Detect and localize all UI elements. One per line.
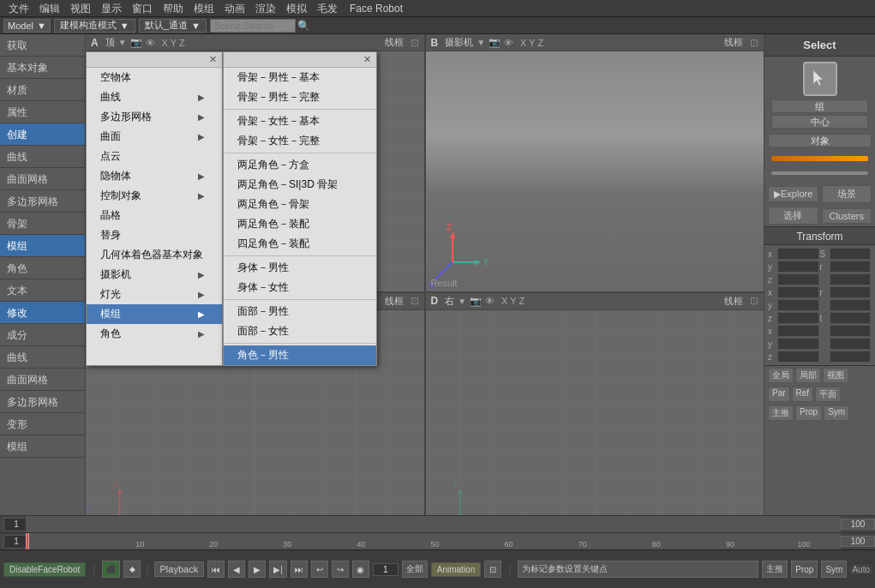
scene-btn[interactable]: 场景 — [822, 185, 872, 203]
viewport-a-border[interactable]: 线框 — [385, 36, 404, 49]
sub-item-female-complete[interactable]: 骨架－女性－完整 — [224, 131, 376, 151]
timeline-track[interactable]: 10 20 30 40 50 60 70 80 90 100 — [29, 533, 841, 550]
menu-item-empty-obj[interactable]: 空物体 — [87, 68, 222, 87]
flat-btn[interactable]: 平面 — [815, 387, 841, 402]
menu-item-hidden-obj[interactable]: 隐物体 ▶ — [87, 166, 222, 186]
context-menu-close-btn[interactable]: ✕ — [209, 54, 217, 65]
s-field[interactable] — [830, 248, 872, 260]
y-field[interactable] — [777, 261, 819, 273]
full-part-btn[interactable]: 全部 — [402, 561, 428, 578]
menu-item-curve[interactable]: 曲线 ▶ — [87, 87, 222, 107]
sidebar-curve[interactable]: 曲线 — [0, 146, 85, 168]
x-field[interactable] — [777, 248, 819, 260]
r-field[interactable] — [830, 261, 872, 273]
menu-render[interactable]: 渲染 — [250, 0, 281, 17]
prop-bottom-btn[interactable]: Prop — [791, 561, 818, 578]
sidebar-property[interactable]: 属性 — [0, 101, 85, 123]
ref-btn[interactable]: Ref — [792, 387, 814, 402]
mode-dropdown[interactable]: 建模构造模式 ▼ — [54, 19, 135, 33]
tool-icon-2[interactable]: ◆ — [123, 561, 141, 578]
sidebar-basic-obj[interactable]: 基本对象 — [0, 57, 85, 79]
sidebar-modify[interactable]: 修改 — [0, 302, 85, 324]
sub-item-male-basic[interactable]: 骨架－男性－基本 — [224, 68, 376, 87]
z2-field[interactable] — [830, 273, 872, 285]
menu-item-avatar[interactable]: 替身 — [87, 225, 222, 245]
y2b-field[interactable] — [830, 299, 872, 311]
channel-dropdown[interactable]: 默认_通道 ▼ — [139, 19, 207, 33]
scene-search-input[interactable] — [210, 19, 296, 33]
loop-back-btn[interactable]: ↩ — [311, 561, 328, 578]
menu-item-surface[interactable]: 曲面 ▶ — [87, 127, 222, 147]
symm-bottom-btn[interactable]: Sym — [821, 561, 847, 578]
sidebar-skeleton[interactable]: 骨架 — [0, 213, 85, 235]
tool-select-btn[interactable]: ⬛ — [102, 561, 120, 578]
mini-timeline[interactable] — [26, 516, 841, 532]
viewport-b-grid[interactable]: Y Z X Result — [426, 51, 764, 291]
menu-item-camera[interactable]: 摄影机 ▶ — [87, 265, 222, 285]
menu-item-geo-shader[interactable]: 几何体着色器基本对象 — [87, 245, 222, 265]
sidebar-character[interactable]: 角色 — [0, 257, 85, 279]
master-btn[interactable]: 主推 — [768, 405, 794, 421]
sidebar-poly-mesh[interactable]: 多边形网格 — [0, 190, 85, 213]
t-field[interactable] — [830, 312, 872, 324]
sub-item-male-complete[interactable]: 骨架－男性－完整 — [224, 87, 376, 107]
sidebar-text[interactable]: 文本 — [0, 279, 85, 302]
play-btn[interactable]: ▶ — [249, 561, 266, 578]
sub-item-quadruped-rig[interactable]: 四足角色－装配 — [224, 234, 376, 254]
menu-item-point-cloud[interactable]: 点云 — [87, 147, 222, 166]
local-btn[interactable]: 局部 — [795, 368, 821, 383]
menu-window[interactable]: 窗口 — [127, 0, 158, 17]
cursor-button[interactable] — [803, 62, 837, 96]
menu-hair[interactable]: 毛发 — [312, 0, 343, 17]
viewport-c-border[interactable]: 线框 — [385, 295, 404, 308]
menu-item-ctrl-obj[interactable]: 控制对象 ▶ — [87, 186, 222, 206]
z4-field[interactable] — [777, 351, 819, 363]
menu-item-character[interactable]: 角色 ▶ — [87, 324, 222, 344]
loop-fwd-btn[interactable]: ↪ — [332, 561, 349, 578]
menu-module[interactable]: 模组 — [189, 0, 219, 17]
sidebar-get[interactable]: 获取 — [0, 34, 85, 57]
clusters-btn[interactable]: Clusters — [822, 208, 872, 224]
keyframe-btn[interactable]: ◉ — [352, 561, 369, 578]
y2-field[interactable] — [777, 299, 819, 311]
group-btn[interactable]: 组 — [771, 99, 868, 113]
viewport-b-title[interactable]: 摄影机 — [445, 36, 473, 49]
x3b-field[interactable] — [830, 325, 872, 337]
master-bottom-btn[interactable]: 主推 — [762, 561, 788, 578]
sidebar-deform[interactable]: 变形 — [0, 413, 85, 435]
menu-simulate[interactable]: 模拟 — [281, 0, 312, 17]
viewport-d-border[interactable]: 线框 — [724, 295, 743, 308]
sidebar-module2[interactable]: 模组 — [0, 435, 85, 458]
sidebar-surface-mesh2[interactable]: 曲面网格 — [0, 369, 85, 391]
symm-btn[interactable]: Sym — [824, 405, 849, 421]
sub-item-biped-skeleton[interactable]: 两足角色－骨架 — [224, 195, 376, 214]
sidebar-curve2[interactable]: 曲线 — [0, 346, 85, 369]
menu-edit[interactable]: 编辑 — [34, 0, 65, 17]
prop-btn[interactable]: Prop — [795, 405, 822, 421]
menu-file[interactable]: 文件 — [3, 0, 34, 17]
sub-item-biped-box[interactable]: 两足角色－方盒 — [224, 155, 376, 175]
prev-frame-btn[interactable]: ◀ — [228, 561, 245, 578]
viewport-d-title[interactable]: 右 — [445, 295, 454, 308]
menu-item-light[interactable]: 灯光 ▶ — [87, 285, 222, 304]
sub-item-body-female[interactable]: 身体－女性 — [224, 278, 376, 297]
disable-face-robot-btn[interactable]: DisableFaceRobot — [3, 562, 86, 577]
menu-view[interactable]: 视图 — [65, 0, 96, 17]
menu-item-module[interactable]: 模组 ▶ — [87, 304, 222, 324]
sub-context-menu-close-btn[interactable]: ✕ — [363, 54, 371, 65]
z4b-field[interactable] — [830, 351, 872, 363]
sidebar-module[interactable]: 模组 — [0, 235, 85, 257]
r2-field[interactable] — [830, 286, 872, 298]
sub-item-character-male[interactable]: 角色－男性 — [224, 345, 376, 365]
sidebar-poly-mesh2[interactable]: 多边形网格 — [0, 391, 85, 413]
menu-item-lattice[interactable]: 晶格 — [87, 206, 222, 225]
sub-item-biped-rig[interactable]: 两足角色－装配 — [224, 214, 376, 234]
menu-help[interactable]: 帮助 — [158, 0, 189, 17]
x2-field[interactable] — [777, 286, 819, 298]
sidebar-create[interactable]: 创建 — [0, 123, 85, 146]
sub-item-face-male[interactable]: 面部－男性 — [224, 302, 376, 321]
par-btn[interactable]: Par — [768, 387, 790, 402]
sub-item-biped-si3d[interactable]: 两足角色－SI|3D 骨架 — [224, 175, 376, 195]
z3-field[interactable] — [777, 312, 819, 324]
rewind-btn[interactable]: ⏮ — [207, 561, 225, 578]
